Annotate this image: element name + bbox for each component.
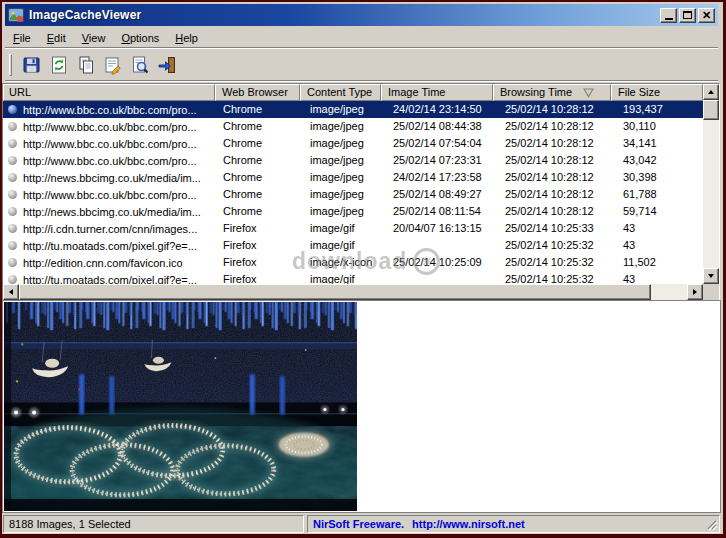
- cell-file-size: 43,042: [611, 152, 703, 169]
- table-row[interactable]: http://tu.moatads.com/pixel.gif?e=... Fi…: [3, 271, 703, 284]
- olympic-rings-photo: [4, 302, 357, 511]
- image-item-icon: [8, 258, 17, 267]
- cell-browser: Chrome: [215, 101, 300, 118]
- column-header-browsing-time[interactable]: Browsing Time: [493, 84, 611, 101]
- horizontal-scroll-thumb[interactable]: [19, 284, 651, 300]
- refresh-icon: [49, 55, 69, 75]
- cell-url: http://www.bbc.co.uk/bbc.com/pro...: [23, 153, 197, 169]
- cell-browsing-time: 25/02/14 10:28:12: [493, 118, 611, 135]
- image-item-icon: [8, 173, 17, 182]
- cell-file-size: 30,398: [611, 169, 703, 186]
- cell-image-time: 20/04/07 16:13:15: [381, 220, 493, 237]
- image-list: URL Web Browser Content Type Image Time …: [2, 83, 720, 301]
- scroll-right-button[interactable]: [687, 284, 703, 300]
- maximize-button[interactable]: [679, 8, 696, 23]
- scroll-down-icon: [708, 274, 714, 278]
- save-button[interactable]: [20, 54, 43, 76]
- cell-image-time: 25/02/14 08:44:38: [381, 118, 493, 135]
- cell-browsing-time: 25/02/14 10:28:12: [493, 101, 611, 118]
- cell-content-type: image/jpeg: [300, 186, 381, 203]
- cell-browser: Chrome: [215, 135, 300, 152]
- minimize-button[interactable]: [660, 8, 677, 23]
- scroll-left-button[interactable]: [3, 284, 19, 300]
- find-button[interactable]: [128, 54, 151, 76]
- window-title: ImageCacheViewer: [29, 8, 660, 22]
- cell-content-type: image/jpeg: [300, 101, 381, 118]
- cell-content-type: image/jpeg: [300, 203, 381, 220]
- copy-button[interactable]: [74, 54, 97, 76]
- exit-icon: [157, 55, 177, 75]
- cell-browser: Chrome: [215, 152, 300, 169]
- image-item-icon: [8, 275, 17, 284]
- cell-url: http://www.bbc.co.uk/bbc.com/pro...: [23, 187, 197, 203]
- cell-browsing-time: 25/02/14 10:25:33: [493, 220, 611, 237]
- minimize-icon: [665, 18, 673, 20]
- column-header-file-size[interactable]: File Size: [611, 84, 703, 101]
- copy-icon: [76, 55, 96, 75]
- cell-url: http://tu.moatads.com/pixel.gif?e=...: [23, 272, 197, 285]
- table-row[interactable]: http://www.bbc.co.uk/bbc.com/pro... Chro…: [3, 186, 703, 203]
- menu-options[interactable]: Options: [113, 30, 167, 46]
- properties-button[interactable]: [101, 54, 124, 76]
- scroll-down-button[interactable]: [703, 268, 719, 284]
- refresh-button[interactable]: [47, 54, 70, 76]
- cell-file-size: 34,141: [611, 135, 703, 152]
- cell-browsing-time: 25/02/14 10:28:12: [493, 152, 611, 169]
- table-row[interactable]: http://news.bbcimg.co.uk/media/im... Chr…: [3, 203, 703, 220]
- cell-image-time: [381, 237, 493, 254]
- find-icon: [130, 55, 150, 75]
- menu-file[interactable]: File: [5, 30, 39, 46]
- table-row[interactable]: http://www.bbc.co.uk/bbc.com/pro... Chro…: [3, 135, 703, 152]
- vertical-scrollbar[interactable]: [703, 84, 719, 284]
- table-row[interactable]: http://tu.moatads.com/pixel.gif?e=... Fi…: [3, 237, 703, 254]
- vertical-scroll-thumb[interactable]: [703, 100, 719, 120]
- column-header-web-browser[interactable]: Web Browser: [215, 84, 300, 101]
- scroll-up-button[interactable]: [703, 84, 719, 100]
- menu-edit[interactable]: Edit: [39, 30, 74, 46]
- table-row[interactable]: http://www.bbc.co.uk/bbc.com/pro... Chro…: [3, 152, 703, 169]
- horizontal-scrollbar[interactable]: [3, 284, 703, 300]
- cell-browser: Firefox: [215, 220, 300, 237]
- table-row[interactable]: http://www.bbc.co.uk/bbc.com/pro... Chro…: [3, 101, 703, 118]
- cell-content-type: image/jpeg: [300, 152, 381, 169]
- cell-content-type: image/gif: [300, 220, 381, 237]
- menu-help[interactable]: Help: [167, 30, 206, 46]
- close-button[interactable]: ✕: [698, 8, 715, 23]
- cell-file-size: 43: [611, 220, 703, 237]
- nirsoft-link[interactable]: http://www.nirsoft.net: [412, 518, 525, 530]
- cell-file-size: 193,437: [611, 101, 703, 118]
- status-brand-panel: NirSoft Freeware.http://www.nirsoft.net: [307, 515, 720, 533]
- menu-toolbar-divider: [5, 47, 718, 49]
- cell-browser: Chrome: [215, 169, 300, 186]
- status-brand: NirSoft Freeware.: [313, 518, 404, 530]
- column-header-content-type[interactable]: Content Type: [300, 84, 381, 101]
- table-row[interactable]: http://news.bbcimg.co.uk/media/im... Chr…: [3, 169, 703, 186]
- cell-url: http://news.bbcimg.co.uk/media/im...: [23, 170, 201, 186]
- exit-button[interactable]: [155, 54, 178, 76]
- table-row[interactable]: http://edition.cnn.com/favicon.ico Firef…: [3, 254, 703, 271]
- resize-grip[interactable]: [705, 518, 718, 531]
- scroll-right-icon: [693, 289, 697, 295]
- menu-view[interactable]: View: [74, 30, 114, 46]
- cell-url: http://i.cdn.turner.com/cnn/images...: [23, 221, 197, 237]
- menu-bar: File Edit View Options Help: [5, 28, 718, 47]
- toolbar-gripper[interactable]: [9, 54, 12, 76]
- cell-browser: Chrome: [215, 186, 300, 203]
- image-item-icon: [8, 105, 17, 114]
- cell-file-size: 43: [611, 237, 703, 254]
- column-header-image-time[interactable]: Image Time: [381, 84, 493, 101]
- table-row[interactable]: http://i.cdn.turner.com/cnn/images... Fi…: [3, 220, 703, 237]
- cell-url: http://www.bbc.co.uk/bbc.com/pro...: [23, 102, 197, 118]
- cell-browsing-time: 25/02/14 10:28:12: [493, 186, 611, 203]
- maximize-icon: [683, 11, 692, 19]
- titlebar[interactable]: ImageCacheViewer ✕: [5, 4, 718, 26]
- toolbar-list-divider: [5, 80, 718, 82]
- column-header-url[interactable]: URL: [3, 84, 215, 101]
- cell-image-time: 24/02/14 23:14:50: [381, 101, 493, 118]
- app-icon[interactable]: [8, 7, 24, 23]
- cell-url: http://www.bbc.co.uk/bbc.com/pro...: [23, 136, 197, 152]
- image-item-icon: [8, 207, 17, 216]
- cell-file-size: 43: [611, 271, 703, 284]
- table-row[interactable]: http://www.bbc.co.uk/bbc.com/pro... Chro…: [3, 118, 703, 135]
- cell-browser: Firefox: [215, 271, 300, 284]
